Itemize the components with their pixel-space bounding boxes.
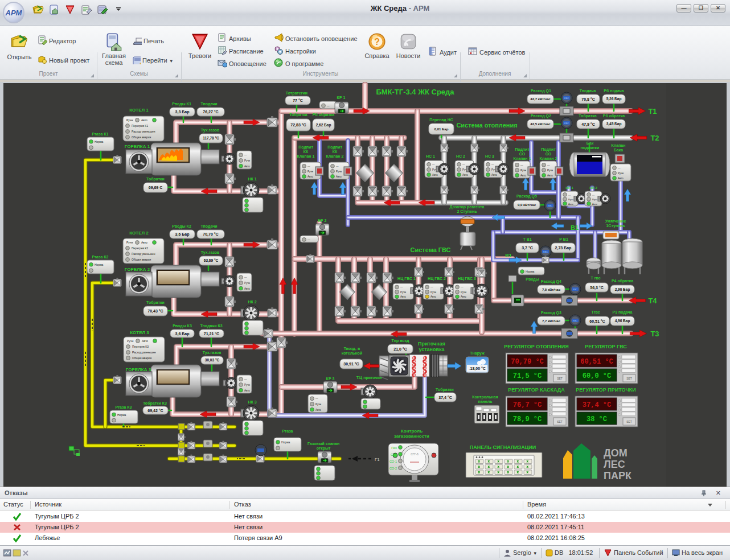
svg-text:В1: В1 (571, 224, 579, 231)
svg-text:Норма: Норма (526, 270, 535, 273)
svg-text:РЕГУЛЯТОР ГВС: РЕГУЛЯТОР ГВС (585, 344, 627, 349)
svg-text:Ручн: Ручн (244, 384, 251, 386)
svg-text:Авто: Авто (315, 409, 321, 411)
svg-text:76,27 °С: 76,27 °С (203, 110, 218, 114)
svg-text:Ручн: Ручн (618, 172, 624, 175)
svg-text:Авто: Авто (432, 174, 438, 176)
svg-text:Ручн: Ручн (520, 169, 527, 172)
svg-text:Авто: Авто (400, 295, 406, 298)
svg-text:Тух.газов: Тух.газов (203, 351, 222, 355)
svg-text:Бак: Бак (587, 141, 594, 145)
svg-text:КВС: КВС (573, 319, 577, 322)
svg-text:БМК-ТГ-3.4 ЖК Среда: БМК-ТГ-3.4 ЖК Среда (376, 88, 454, 96)
svg-text:37,4 °С: 37,4 °С (583, 401, 611, 409)
svg-text:Клапан 1: Клапан 1 (297, 154, 315, 158)
svg-text:Авто: Авто (142, 339, 148, 343)
svg-text:Газовый клапан: Газовый клапан (307, 442, 339, 446)
svg-text:Тобратка: Тобратка (579, 114, 597, 118)
svg-text:СГГ-6: СГГ-6 (411, 452, 419, 456)
svg-text:Ручн: Ручн (430, 291, 437, 294)
svg-text:Ргаза К1: Ргаза К1 (92, 132, 109, 136)
svg-text:70,43 °С: 70,43 °С (147, 309, 163, 314)
svg-text:5,26 Бар: 5,26 Бар (606, 97, 622, 101)
svg-text:подлитки: подлитки (581, 146, 600, 150)
svg-text:Тподачи К3: Тподачи К3 (200, 324, 222, 328)
svg-text:НП 2: НП 2 (589, 186, 597, 190)
svg-text:Рб обратка: Рб обратка (603, 114, 625, 118)
svg-text:Тподачи: Тподачи (200, 224, 217, 229)
svg-text:Авто: Авто (336, 175, 342, 178)
svg-text:Ручн: Ручн (336, 170, 342, 173)
svg-text:Подпит: Подпит (515, 147, 530, 152)
svg-text:Рводы: Рводы (526, 277, 539, 282)
svg-text:Авто: Авто (244, 389, 250, 392)
svg-text:42,5 кВт/час: 42,5 кВт/час (530, 122, 551, 126)
svg-text:72,83 °С: 72,83 °С (290, 123, 306, 127)
svg-text:КК: КК (333, 150, 338, 154)
svg-text:30,03 °С: 30,03 °С (205, 358, 220, 363)
svg-text:Тотратегии: Тотратегии (286, 91, 307, 96)
svg-text:Приточная: Приточная (418, 341, 445, 347)
svg-text:---: --- (430, 286, 433, 289)
svg-text:3,7 °С: 3,7 °С (522, 246, 533, 250)
svg-text:КР 3: КР 3 (326, 377, 335, 381)
svg-text:Рводы К3: Рводы К3 (173, 324, 192, 328)
svg-text:Тподачи: Тподачи (200, 102, 217, 106)
svg-text:Контроль: Контроль (401, 429, 423, 434)
svg-text:НК 1: НК 1 (248, 177, 256, 181)
svg-text:Рводы К1: Рводы К1 (172, 102, 191, 106)
svg-text:ГОРЕЛКА 3: ГОРЕЛКА 3 (126, 367, 151, 372)
svg-text:Твозд. в: Твозд. в (344, 347, 360, 351)
svg-text:ГОРЕЛКА 1: ГОРЕЛКА 1 (125, 144, 150, 149)
svg-text:Расход Q5: Расход Q5 (516, 194, 537, 199)
svg-text:Авто: Авто (307, 175, 313, 178)
svg-text:Перегрев К2: Перегрев К2 (132, 246, 148, 250)
svg-text:Норма: Норма (117, 413, 126, 417)
svg-text:СО-1: СО-1 (389, 460, 397, 463)
svg-text:2,96 Бар: 2,96 Бар (615, 287, 630, 292)
svg-text:КВС: КВС (573, 288, 577, 291)
svg-text:78,9 °С: 78,9 °С (513, 415, 542, 423)
svg-text:21,0 °С: 21,0 °С (393, 347, 407, 352)
svg-text:60,0 °С: 60,0 °С (583, 372, 611, 380)
svg-text:НК 2: НК 2 (248, 300, 256, 304)
svg-text:Ручн: Ручн (568, 198, 573, 201)
svg-text:Т2: Т2 (650, 134, 659, 142)
svg-text:Перегрев К1: Перегрев К1 (132, 124, 148, 127)
svg-text:Контрольная: Контрольная (472, 395, 498, 400)
svg-text:47,9 °С: 47,9 °С (581, 122, 594, 127)
svg-text:Г1: Г1 (375, 457, 380, 462)
svg-text:Норма: Норма (95, 140, 104, 143)
svg-text:37,4 °С: 37,4 °С (438, 396, 452, 400)
svg-text:НС 2: НС 2 (456, 154, 465, 158)
svg-text:Рб обратка: Рб обратка (313, 113, 335, 117)
svg-text:---: --- (400, 286, 403, 289)
svg-text:Авто: Авто (141, 241, 147, 244)
svg-text:Ргаза К2: Ргаза К2 (92, 255, 109, 259)
svg-text:Тнаруж: Тнаруж (470, 351, 485, 356)
svg-text:---: --- (568, 193, 571, 196)
svg-text:Т3: Т3 (650, 330, 659, 338)
svg-text:НЦ ГВС 1: НЦ ГВС 1 (397, 277, 416, 281)
svg-text:42,7 кВт/час: 42,7 кВт/час (530, 97, 551, 101)
svg-text:?: ? (374, 37, 380, 47)
svg-text:---: --- (592, 193, 595, 196)
svg-text:Ручн: Ручн (315, 403, 322, 406)
svg-text:Подпит: Подпит (327, 145, 342, 150)
svg-text:открыт: открыт (317, 446, 331, 451)
svg-text:В1: В1 (505, 253, 512, 258)
svg-text:Клапан 2: Клапан 2 (326, 154, 344, 158)
svg-text:Р В1: Р В1 (559, 237, 568, 241)
svg-text:SET: SET (557, 420, 563, 423)
svg-text:69,42 °С: 69,42 °С (147, 409, 163, 413)
svg-text:---: --- (307, 238, 310, 241)
svg-text:30,91 °С: 30,91 °С (343, 362, 359, 367)
svg-text:Авто: Авто (462, 174, 468, 176)
svg-text:Авто: Авто (461, 295, 466, 298)
svg-text:---: --- (327, 105, 330, 108)
svg-text:Система ГВС: Система ГВС (410, 246, 450, 253)
svg-text:Т.Ц приточки: Т.Ц приточки (356, 376, 382, 380)
svg-text:РЕГУЛЯТОР ОТОПЛЕНИЯ: РЕГУЛЯТОР ОТОПЛЕНИЯ (504, 344, 568, 349)
svg-text:Норма: Норма (95, 263, 104, 266)
svg-text:Авто: Авто (244, 165, 250, 168)
